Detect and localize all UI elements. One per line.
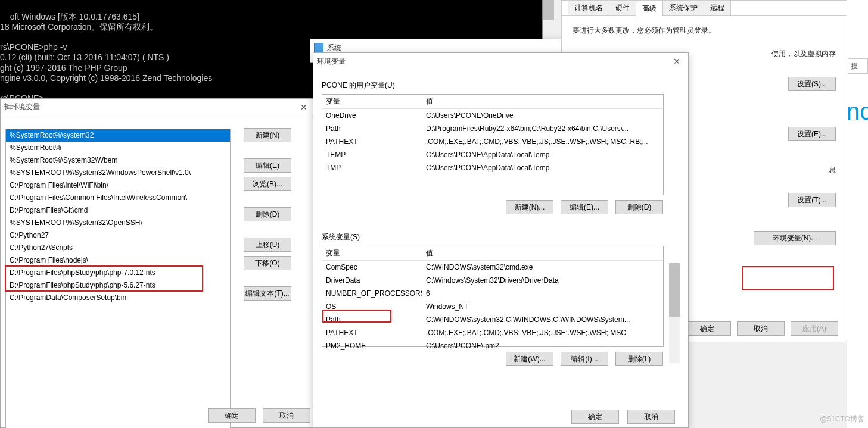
props-footer: 确定 取消 应用(A) xyxy=(683,321,838,336)
col-var-header[interactable]: 变量 xyxy=(322,95,422,108)
system-icon xyxy=(314,43,323,52)
envvar-title: 环境变量 xyxy=(317,57,346,67)
user-vars-buttons: 新建(N)... 编辑(E)... 删除(D) xyxy=(313,200,663,214)
table-row[interactable]: PathC:\WINDOWS\system32;C:\WINDOWS;C:\WI… xyxy=(322,313,663,326)
val-cell: C:\Users\PCONE\AppData\Local\Temp xyxy=(422,149,663,161)
path-row[interactable]: %SystemRoot%\system32 xyxy=(6,129,230,142)
admin-note: 要进行大多数更改，您必须作为管理员登录。 xyxy=(573,26,836,36)
path-row[interactable]: D:\ProgramFiles\Git\cmd xyxy=(6,204,230,217)
ok-button[interactable]: 确定 xyxy=(683,321,731,336)
ok-button[interactable]: 确定 xyxy=(571,410,619,424)
val-cell: .COM;.EXE;.BAT;.CMD;.VBS;.VBE;.JS;.JSE;.… xyxy=(422,136,663,148)
path-row[interactable]: %SYSTEMROOT%\System32\OpenSSH\ xyxy=(6,217,230,229)
tab-advanced[interactable]: 高级 xyxy=(636,1,663,16)
table-row[interactable]: OSWindows_NT xyxy=(322,300,663,313)
table-row[interactable]: PATHEXT.COM;.EXE;.BAT;.CMD;.VBS;.VBE;.JS… xyxy=(322,326,663,339)
var-cell: PATHEXT xyxy=(322,136,422,148)
val-cell: C:\Users\PCONE\OneDrive xyxy=(422,110,663,122)
edittext-button[interactable]: 编辑文本(T)... xyxy=(244,286,291,301)
cancel-button[interactable]: 取消 xyxy=(263,408,310,423)
var-cell: Path xyxy=(322,123,422,135)
startup-settings-button[interactable]: 设置(T)... xyxy=(788,193,836,207)
close-icon[interactable]: ✕ xyxy=(669,57,685,66)
tab-computer-name[interactable]: 计算机名 xyxy=(568,0,609,15)
browse-button[interactable]: 浏览(B)... xyxy=(244,177,291,191)
path-row[interactable]: C:\Python27\Scripts xyxy=(6,242,230,254)
env-variables-button[interactable]: 环境变量(N)... xyxy=(754,231,836,245)
edit-env-side-buttons: 新建(N) 编辑(E) 浏览(B)... 删除(D) 上移(U) 下移(O) 编… xyxy=(244,128,300,305)
watermark: @51CTO博客 xyxy=(820,414,864,424)
path-row[interactable]: D:\ProgramFiles\phpStudy\php\php-7.0.12-… xyxy=(6,267,230,279)
moveup-button[interactable]: 上移(U) xyxy=(244,238,291,252)
table-row[interactable]: TEMPC:\Users\PCONE\AppData\Local\Temp xyxy=(322,148,663,161)
path-row[interactable]: C:\ProgramData\ComposerSetup\bin xyxy=(6,292,230,304)
performance-settings-button[interactable]: 设置(S)... xyxy=(788,77,836,91)
table-row[interactable]: PathD:\ProgramFiles\Ruby22-x64\bin;C:\Ru… xyxy=(322,122,663,135)
sys-edit-button[interactable]: 编辑(I)... xyxy=(561,352,608,366)
val-cell: C:\Users\PCONE\.pm2 xyxy=(422,340,663,352)
user-vars-label: PCONE 的用户变量(U) xyxy=(322,80,688,90)
var-cell: OneDrive xyxy=(322,110,422,122)
movedown-button[interactable]: 下移(O) xyxy=(244,256,291,270)
val-cell: .COM;.EXE;.BAT;.CMD;.VBS;.VBE;.JS;.JSE;.… xyxy=(422,327,663,339)
tab-remote[interactable]: 远程 xyxy=(704,0,731,15)
path-row[interactable]: %SystemRoot%\System32\Wbem xyxy=(6,154,230,167)
sys-new-button[interactable]: 新建(W)... xyxy=(506,352,553,366)
apply-button[interactable]: 应用(A) xyxy=(791,321,838,336)
val-cell: C:\WINDOWS\system32\cmd.exe xyxy=(422,261,663,274)
path-row[interactable]: C:\Python27 xyxy=(6,229,230,242)
ok-button[interactable]: 确定 xyxy=(208,408,256,423)
val-cell: C:\Windows\System32\Drivers\DriverData xyxy=(422,274,663,287)
user-vars-table[interactable]: 变量 值 OneDriveC:\Users\PCONE\OneDrivePath… xyxy=(322,94,664,195)
sys-vars-buttons: 新建(W)... 编辑(I)... 删除(L) xyxy=(313,352,663,366)
path-row[interactable]: C:\Program Files\Common Files\Intel\Wire… xyxy=(6,192,230,204)
cancel-button[interactable]: 取消 xyxy=(737,321,785,336)
table-row[interactable]: DriverDataC:\Windows\System32\Drivers\Dr… xyxy=(322,274,663,287)
user-delete-button[interactable]: 删除(D) xyxy=(615,200,663,214)
table-row[interactable]: PATHEXT.COM;.EXE;.BAT;.CMD;.VBS;.VBE;.JS… xyxy=(322,135,663,148)
sys-delete-button[interactable]: 删除(L) xyxy=(615,352,663,366)
path-row[interactable]: C:\Program Files\Intel\WiFi\bin\ xyxy=(6,179,230,192)
cancel-button[interactable]: 取消 xyxy=(627,410,675,424)
path-row[interactable]: %SystemRoot% xyxy=(6,142,230,154)
envvar-footer: 确定 取消 xyxy=(571,410,675,424)
table-row[interactable]: NUMBER_OF_PROCESSORS6 xyxy=(322,287,663,300)
tab-system-protection[interactable]: 系统保护 xyxy=(662,0,704,15)
col-val-header[interactable]: 值 xyxy=(422,246,663,260)
var-cell: ComSpec xyxy=(322,261,422,274)
edit-env-window: 辑环境变量 ✕ %SystemRoot%\system32%SystemRoot… xyxy=(0,98,316,428)
tab-hardware[interactable]: 硬件 xyxy=(609,0,636,15)
search-input[interactable]: 搜 xyxy=(848,58,868,74)
path-list[interactable]: %SystemRoot%\system32%SystemRoot%%System… xyxy=(5,129,231,428)
path-row[interactable]: D:\ProgramFiles\phpStudy\php\php-5.6.27-… xyxy=(6,279,230,292)
userprofile-settings-button[interactable]: 设置(E)... xyxy=(788,127,836,141)
var-cell: TMP xyxy=(322,162,422,174)
user-new-button[interactable]: 新建(N)... xyxy=(506,200,553,214)
envvar-titlebar[interactable]: 环境变量 ✕ xyxy=(313,53,688,70)
delete-button[interactable]: 删除(D) xyxy=(244,207,291,221)
table-row[interactable]: TMPC:\Users\PCONE\AppData\Local\Temp xyxy=(322,161,663,174)
props-tabbar: 计算机名 硬件 高级 系统保护 远程 xyxy=(562,1,847,16)
table-row[interactable]: OneDriveC:\Users\PCONE\OneDrive xyxy=(322,109,663,122)
col-val-header[interactable]: 值 xyxy=(422,95,663,108)
table-row[interactable]: ComSpecC:\WINDOWS\system32\cmd.exe xyxy=(322,261,663,274)
val-cell: C:\WINDOWS\system32;C:\WINDOWS;C:\WINDOW… xyxy=(422,314,663,326)
path-row[interactable]: %SYSTEMROOT%\System32\WindowsPowerShell\… xyxy=(6,167,230,179)
col-var-header[interactable]: 变量 xyxy=(322,246,422,260)
sys-table-scrollbar[interactable] xyxy=(669,263,680,363)
table-row[interactable]: PM2_HOMEC:\Users\PCONE\.pm2 xyxy=(322,339,663,352)
var-cell: PATHEXT xyxy=(322,327,422,339)
edit-button[interactable]: 编辑(E) xyxy=(244,158,291,173)
new-button[interactable]: 新建(N) xyxy=(244,128,291,142)
path-row[interactable]: C:\Program Files\nodejs\ xyxy=(6,254,230,267)
var-cell: PM2_HOME xyxy=(322,340,422,352)
close-icon[interactable]: ✕ xyxy=(296,102,312,112)
user-edit-button[interactable]: 编辑(E)... xyxy=(561,200,608,214)
var-cell: NUMBER_OF_PROCESSORS xyxy=(322,288,422,300)
sys-vars-table[interactable]: 变量 值 ComSpecC:\WINDOWS\system32\cmd.exeD… xyxy=(322,246,664,347)
var-cell: OS xyxy=(322,301,422,313)
envvar-window: 环境变量 ✕ PCONE 的用户变量(U) 变量 值 OneDriveC:\Us… xyxy=(313,52,689,428)
var-cell: TEMP xyxy=(322,149,422,161)
var-cell: DriverData xyxy=(322,274,422,287)
edit-env-titlebar[interactable]: 辑环境变量 ✕ xyxy=(1,99,315,115)
